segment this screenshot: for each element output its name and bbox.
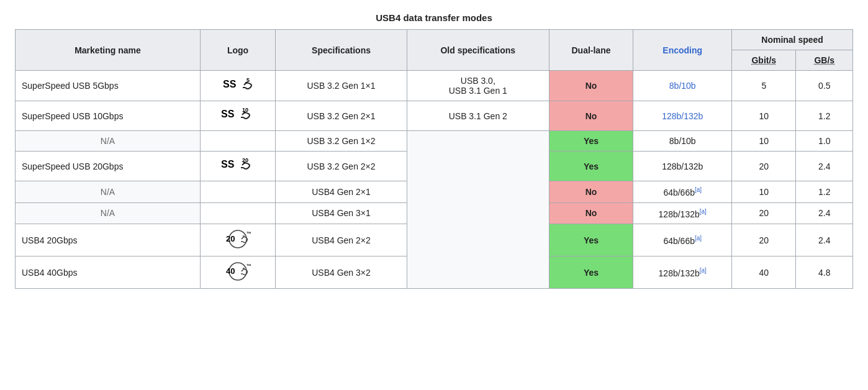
cell-gbit: 10	[732, 101, 796, 131]
cell-marketing-name: SuperSpeed USB 10Gbps	[16, 101, 201, 131]
cell-gbps: 2.4	[796, 152, 853, 181]
cell-logo: 20 ™	[200, 224, 275, 256]
svg-text:10: 10	[242, 107, 248, 113]
cell-dual-lane: No	[549, 101, 633, 131]
cell-dual-lane: Yes	[549, 224, 633, 256]
svg-text:™: ™	[246, 263, 251, 269]
cell-encoding: 8b/10b	[633, 131, 732, 152]
cell-logo: 40 ™	[200, 256, 275, 289]
encoding-ref: [a]	[700, 267, 707, 274]
cell-marketing-name: USB4 40Gbps	[16, 256, 201, 289]
header-row-1: Marketing name Logo Specifications Old s…	[16, 30, 853, 50]
encoding-ref: [a]	[695, 235, 702, 242]
cell-gbps: 4.8	[796, 256, 853, 289]
cell-gbps: 2.4	[796, 224, 853, 256]
cell-marketing-name: SuperSpeed USB 20Gbps	[16, 152, 201, 181]
th-dual-lane: Dual-lane	[549, 30, 633, 71]
cell-encoding: 64b/66b[a]	[633, 224, 732, 256]
encoding-ref: [a]	[695, 186, 702, 193]
table-row: SuperSpeed USB 5Gbps SS 5 USB 3.2 Gen 1×…	[16, 71, 853, 101]
table-container: USB4 data transfer modes Marketing name …	[15, 12, 853, 289]
logo-ss10: SS 10	[221, 106, 255, 124]
encoding-link[interactable]: 128b/132b	[662, 111, 703, 121]
cell-encoding: 128b/132b	[633, 152, 732, 181]
cell-logo: SS 10	[200, 101, 275, 131]
logo-usb4-40: 40 ™	[222, 261, 254, 281]
svg-text:SS: SS	[221, 159, 235, 170]
cell-old-specifications: USB 3.0,USB 3.1 Gen 1	[407, 71, 549, 101]
cell-gbit: 20	[732, 224, 796, 256]
logo-usb4-20: 20 ™	[222, 229, 254, 249]
cell-logo	[200, 181, 275, 203]
cell-logo: SS 5	[200, 71, 275, 101]
th-old-specifications: Old specifications	[407, 30, 549, 71]
th-gbps: GB/s	[796, 50, 853, 71]
svg-text:20: 20	[242, 157, 248, 163]
cell-specifications: USB4 Gen 3×1	[276, 202, 407, 224]
svg-text:SS: SS	[223, 79, 237, 89]
cell-marketing-name: N/A	[16, 131, 201, 152]
gbps-label: GB/s	[814, 55, 834, 65]
cell-gbps: 1.0	[796, 131, 853, 152]
cell-encoding: 128b/132b[a]	[633, 202, 732, 224]
cell-dual-lane: No	[549, 202, 633, 224]
cell-specifications: USB 3.2 Gen 1×2	[276, 131, 407, 152]
logo-ss20: SS 20	[221, 156, 255, 174]
cell-old-specifications-merged	[407, 131, 549, 289]
table-row: N/AUSB 3.2 Gen 1×2Yes8b/10b101.0	[16, 131, 853, 152]
encoding-link[interactable]: 8b/10b	[669, 81, 696, 91]
cell-specifications: USB 3.2 Gen 1×1	[276, 71, 407, 101]
cell-encoding: 128b/132b[a]	[633, 256, 732, 289]
cell-marketing-name: N/A	[16, 181, 201, 203]
cell-gbit: 40	[732, 256, 796, 289]
cell-gbps: 0.5	[796, 71, 853, 101]
gbit-label: Gbit/s	[751, 55, 776, 65]
cell-encoding: 128b/132b	[633, 101, 732, 131]
cell-logo	[200, 202, 275, 224]
cell-specifications: USB4 Gen 3×2	[276, 256, 407, 289]
cell-marketing-name: SuperSpeed USB 5Gbps	[16, 71, 201, 101]
th-gbit: Gbit/s	[732, 50, 796, 71]
cell-dual-lane: No	[549, 71, 633, 101]
cell-specifications: USB4 Gen 2×2	[276, 224, 407, 256]
cell-dual-lane: Yes	[549, 256, 633, 289]
cell-gbps: 1.2	[796, 101, 853, 131]
th-logo: Logo	[200, 30, 275, 71]
cell-encoding: 64b/66b[a]	[633, 181, 732, 203]
cell-specifications: USB 3.2 Gen 2×2	[276, 152, 407, 181]
cell-dual-lane: Yes	[549, 131, 633, 152]
cell-gbit: 20	[732, 202, 796, 224]
usb4-table: Marketing name Logo Specifications Old s…	[15, 29, 853, 289]
cell-gbps: 2.4	[796, 202, 853, 224]
svg-text:™: ™	[246, 231, 251, 237]
th-marketing-name: Marketing name	[16, 30, 201, 71]
cell-gbit: 10	[732, 131, 796, 152]
cell-marketing-name: USB4 20Gbps	[16, 224, 201, 256]
cell-dual-lane: No	[549, 181, 633, 203]
cell-encoding: 8b/10b	[633, 71, 732, 101]
cell-gbit: 5	[732, 71, 796, 101]
cell-marketing-name: N/A	[16, 202, 201, 224]
logo-ss5: SS 5	[223, 76, 253, 94]
table-body: SuperSpeed USB 5Gbps SS 5 USB 3.2 Gen 1×…	[16, 71, 853, 289]
svg-text:40: 40	[226, 266, 235, 276]
cell-specifications: USB4 Gen 2×1	[276, 181, 407, 203]
svg-text:SS: SS	[221, 109, 235, 119]
svg-text:5: 5	[246, 77, 250, 83]
cell-gbps: 1.2	[796, 181, 853, 203]
cell-gbit: 20	[732, 152, 796, 181]
cell-gbit: 10	[732, 181, 796, 203]
cell-old-specifications: USB 3.1 Gen 2	[407, 101, 549, 131]
cell-specifications: USB 3.2 Gen 2×1	[276, 101, 407, 131]
table-title: USB4 data transfer modes	[15, 12, 853, 23]
svg-text:20: 20	[226, 234, 235, 243]
th-specifications: Specifications	[276, 30, 407, 71]
encoding-ref: [a]	[700, 208, 707, 215]
table-row: SuperSpeed USB 10Gbps SS 10 USB 3.2 Gen …	[16, 101, 853, 131]
th-nominal-speed: Nominal speed	[732, 30, 853, 50]
cell-dual-lane: Yes	[549, 152, 633, 181]
th-encoding: Encoding	[633, 30, 732, 71]
cell-logo: SS 20	[200, 152, 275, 181]
cell-logo	[200, 131, 275, 152]
